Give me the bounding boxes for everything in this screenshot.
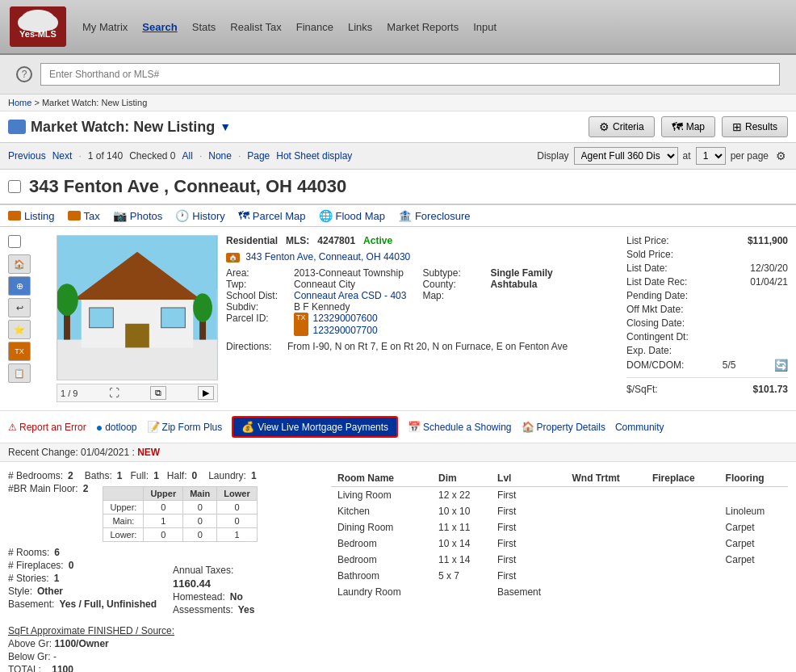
tab-flood-map[interactable]: 🌐 Flood Map	[319, 209, 385, 222]
all-link[interactable]: All	[182, 150, 193, 162]
tab-foreclosure[interactable]: 🏦 Foreclosure	[398, 209, 471, 222]
display-area: Display Agent Full 360 Dis at 1 per page…	[537, 147, 788, 165]
style-row: Style: Other	[8, 586, 157, 597]
display-label: Display	[537, 150, 568, 162]
rooms-panel: Room Name Dim Lvl Wnd Trtmt Fireplace Fl…	[331, 470, 788, 672]
breadcrumb: Home > Market Watch: New Listing	[0, 94, 796, 111]
school-link[interactable]: Conneaut Area CSD - 403	[294, 290, 406, 301]
help-icon[interactable]: ?	[16, 66, 32, 82]
mortgage-button[interactable]: 💰 View Live Mortgage Payments	[232, 416, 398, 438]
tool-2[interactable]: ⊕	[8, 276, 31, 296]
tab-history[interactable]: 🕐 History	[175, 209, 224, 222]
nav-realist-tax[interactable]: Realist Tax	[230, 21, 281, 33]
list-date-rec-row: List Date Rec: 01/04/21	[626, 276, 788, 288]
checked-count: Checked 0	[129, 150, 175, 162]
image-count: 1 / 9	[61, 388, 78, 398]
nav-stats[interactable]: Stats	[192, 21, 216, 33]
tool-4[interactable]: ⭐	[8, 320, 31, 339]
tab-tax[interactable]: Tax	[68, 210, 100, 222]
community-link[interactable]: Community	[615, 422, 664, 433]
parcel-link-2[interactable]: 123290007700	[313, 325, 378, 336]
svg-text:Yes-MLS: Yes-MLS	[19, 29, 57, 39]
breadcrumb-home[interactable]: Home	[8, 98, 31, 107]
listing-icon: 🏠	[226, 253, 240, 262]
floor-row-lower: Lower: 0 0 1	[103, 528, 257, 542]
schedule-icon: 📅	[408, 421, 421, 433]
tab-photos[interactable]: 📷 Photos	[113, 209, 162, 222]
map-button[interactable]: 🗺 Map	[661, 116, 715, 137]
svg-rect-11	[161, 308, 186, 328]
results-button[interactable]: ⊞ Results	[722, 116, 788, 137]
exp-date-row: Exp. Date:	[626, 345, 788, 356]
next-image-button[interactable]: ▶	[198, 386, 214, 400]
pending-date-row: Pending Date:	[626, 290, 788, 301]
schedule-link[interactable]: 📅 Schedule a Showing	[408, 421, 511, 433]
hot-sheet-link[interactable]: Hot Sheet display	[276, 150, 352, 162]
tab-parcel-map[interactable]: 🗺 Parcel Map	[238, 209, 306, 222]
nav-finance[interactable]: Finance	[296, 21, 333, 33]
tool-1[interactable]: 🏠	[8, 254, 31, 274]
expand-button[interactable]: ⛶	[109, 387, 119, 399]
tab-listing[interactable]: Listing	[8, 210, 55, 222]
nav-input[interactable]: Input	[473, 21, 496, 33]
nav-links-item[interactable]: Links	[348, 21, 372, 33]
settings-icon[interactable]: ⚙	[773, 149, 788, 163]
above-gr-row: Above Gr: 1100/Owner	[8, 638, 315, 649]
none-link[interactable]: None	[208, 150, 232, 162]
directions-section: Directions: From I-90, N on Rt 7, E on R…	[226, 341, 618, 352]
page-header: Market Watch: New Listing ▼ ⚙ Criteria 🗺…	[0, 111, 796, 143]
subtype-row: Subtype: Single Family	[422, 267, 552, 279]
col-dim: Dim	[432, 470, 491, 487]
search-input[interactable]	[40, 63, 780, 86]
side-tools: 🏠 ⊕ ↩ ⭐ TX 📋	[8, 254, 48, 383]
image-controls: 1 / 9 ⛶ ⧉ ▶	[57, 384, 218, 402]
refresh-icon[interactable]: 🔄	[774, 359, 788, 372]
property-details-icon: 🏠	[522, 421, 534, 433]
svg-point-15	[193, 293, 212, 322]
rooms-header: Room Name Dim Lvl Wnd Trtmt Fireplace Fl…	[331, 470, 788, 487]
homestead-row: Homestead: No	[173, 591, 254, 603]
map-row: Map:	[422, 290, 552, 301]
at-select[interactable]: 1	[696, 147, 726, 165]
lower-specs: # Fireplaces: 0 # Stories: 1 Style: Othe…	[8, 560, 315, 617]
sqft-section: SqFt Approximate FINISHED / Source: Abov…	[8, 625, 315, 672]
stories-row: # Stories: 1	[8, 573, 157, 584]
fireplaces-stories: # Fireplaces: 0 # Stories: 1 Style: Othe…	[8, 560, 157, 617]
closing-date-row: Closing Date:	[626, 317, 788, 329]
property-details-link[interactable]: 🏠 Property Details	[522, 421, 605, 433]
col-room-name: Room Name	[331, 470, 432, 487]
tool-5[interactable]: 📋	[8, 363, 31, 383]
display-select[interactable]: Agent Full 360 Dis	[574, 147, 678, 165]
parcel-link-1[interactable]: 123290007600	[313, 313, 378, 324]
nav-search[interactable]: Search	[142, 21, 177, 33]
header-buttons: ⚙ Criteria 🗺 Map ⊞ Results	[589, 116, 788, 137]
dotloop-link[interactable]: ● dotloop	[96, 421, 137, 434]
zip-form-link[interactable]: 📝 Zip Form Plus	[147, 421, 223, 433]
copy-button[interactable]: ⧉	[150, 386, 166, 400]
nav-market-reports[interactable]: Market Reports	[387, 21, 459, 33]
title-dropdown[interactable]: ▼	[220, 120, 231, 133]
off-mkt-row: Off Mkt Date:	[626, 304, 788, 315]
property-checkbox[interactable]	[8, 180, 21, 193]
address-link[interactable]: 343 Fenton Ave, Conneaut, OH 44030	[245, 251, 410, 262]
svg-point-3	[39, 15, 58, 31]
sqft-heading: SqFt Approximate FINISHED / Source:	[8, 625, 174, 636]
contingent-row: Contingent Dt:	[626, 331, 788, 342]
report-error-link[interactable]: ⚠ Report an Error	[8, 422, 86, 433]
breadcrumb-sep1: >	[34, 98, 41, 107]
svg-point-2	[18, 15, 37, 31]
listing-checkbox[interactable]	[8, 235, 21, 248]
previous-button[interactable]: Previous	[8, 150, 46, 162]
fireplaces-row: # Fireplaces: 0	[8, 560, 157, 571]
tool-tx[interactable]: TX	[8, 342, 31, 361]
col-fireplace: Fireplace	[646, 470, 719, 487]
per-page-label: per page	[731, 150, 769, 162]
criteria-button[interactable]: ⚙ Criteria	[589, 116, 655, 137]
next-button[interactable]: Next	[52, 150, 73, 162]
floor-table: Upper Main Lower Upper: 0 0 0 Main: 1 0 …	[103, 486, 257, 542]
page-link[interactable]: Page	[247, 150, 270, 162]
total-row: TOTAL: 1100	[8, 664, 315, 672]
nav-my-matrix[interactable]: My Matrix	[82, 21, 128, 33]
tool-3[interactable]: ↩	[8, 298, 31, 317]
current-record: 1 of 140	[88, 150, 123, 162]
